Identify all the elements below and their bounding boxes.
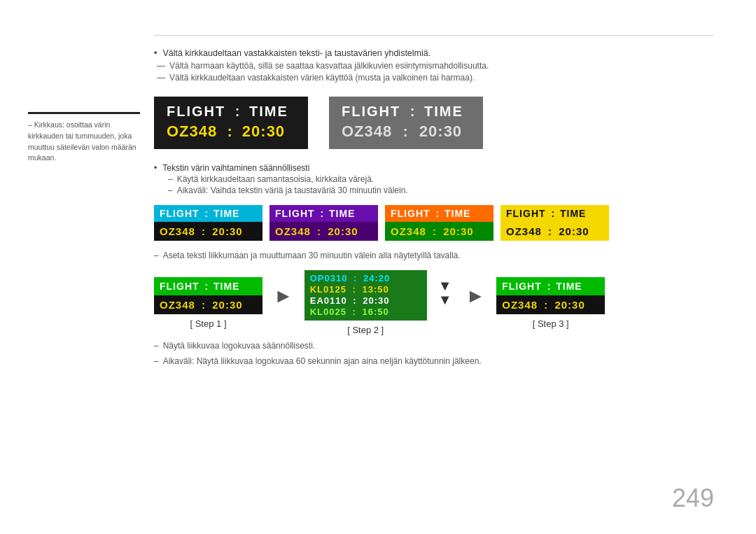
- step2-row-1: OP0310 : 24:20: [310, 273, 421, 283]
- bullet-item-1: Vältä kirkkaudeltaan vastakkaisten tekst…: [154, 48, 714, 58]
- step1-top: FLIGHT : TIME: [154, 277, 262, 295]
- mini-title-cyan: FLIGHT: [160, 208, 200, 219]
- step2-val1-2: KL0125: [310, 284, 346, 295]
- mini-colon2-cyan: :: [198, 225, 209, 237]
- step3-title: FLIGHT: [502, 281, 542, 292]
- mini-bot-yellow: OZ348 : 20:30: [500, 222, 609, 241]
- board-bottom-row: OZ348 : 20:30: [167, 122, 295, 141]
- bottom-note-1: Näytä liikkuvaa logokuvaa säännöllisesti…: [154, 341, 714, 351]
- board-title: FLIGHT: [167, 104, 225, 120]
- arrow-down-2: ▼: [438, 293, 452, 307]
- sidebar: – Kirkkaus: osoittaa värin kirkkauden ta…: [28, 28, 140, 366]
- step2-row-3: EA0110 : 20:30: [310, 295, 421, 306]
- step2-val2-1: 24:20: [363, 273, 390, 283]
- text-dash-1: Käytä kirkkaudeltaan samantasoisia, kirk…: [154, 174, 714, 184]
- step3-label: [ Step 3 ]: [533, 318, 569, 329]
- step1-value: OZ348: [160, 299, 195, 311]
- mini-colon-purple: :: [318, 208, 326, 219]
- mini-subtitle-purple: TIME: [329, 208, 355, 219]
- mini-bottom-text-yellow: OZ348 : 20:30: [506, 225, 603, 237]
- mini-colon-yellow: :: [549, 208, 557, 219]
- step3-colon2: :: [540, 299, 552, 311]
- text-section: Tekstin värin vaihtaminen säännöllisesti…: [154, 163, 714, 195]
- mini-subtitle-cyan: TIME: [214, 208, 239, 219]
- step-1-item: FLIGHT : TIME OZ348 : 20:30 [ Step 1: [154, 277, 262, 329]
- mini-colon2-yellow: :: [545, 225, 556, 237]
- step3-subtitle: TIME: [556, 281, 582, 292]
- step1-title: FLIGHT: [160, 281, 200, 292]
- mini-subtitle-yellow: TIME: [560, 208, 586, 219]
- dash-item-2: Vältä kirkkaudeltaan vastakkaisten värie…: [154, 73, 714, 83]
- step3-time: 20:30: [554, 299, 584, 311]
- mini-value-orange: OZ348: [391, 225, 426, 237]
- step2-row-4: KL0025 : 16:50: [310, 307, 421, 317]
- top-bullet-list: Vältä kirkkaudeltaan vastakkaisten tekst…: [154, 48, 714, 83]
- step1-subtitle: TIME: [214, 281, 239, 292]
- step1-bot: OZ348 : 20:30: [154, 295, 262, 314]
- mini-time-cyan: 20:30: [212, 225, 242, 237]
- step-2-item: OP0310 : 24:20 KL0125 : 13:50 EA0110 : 2…: [304, 270, 427, 335]
- flight-board-gray: FLIGHT : TIME OZ348 : 20:30: [329, 97, 483, 149]
- board-value-gray: OZ348: [342, 122, 392, 141]
- arrow-right-1: ►: [274, 285, 293, 307]
- step3-board: FLIGHT : TIME OZ348 : 20:30: [496, 277, 605, 314]
- mini-value-purple: OZ348: [275, 225, 311, 237]
- step1-colon2: :: [198, 299, 209, 311]
- step1-board: FLIGHT : TIME OZ348 : 20:30: [154, 277, 262, 314]
- board-time: 20:30: [242, 122, 285, 141]
- sidebar-rule: [28, 112, 140, 114]
- board-time-gray: 20:30: [419, 122, 462, 141]
- arrow-down-1: ▼: [438, 279, 452, 293]
- step3-bot: OZ348 : 20:30: [496, 295, 605, 314]
- step3-top: FLIGHT : TIME: [496, 277, 605, 295]
- mini-colon-orange: :: [433, 208, 442, 219]
- mini-top-text-yellow: FLIGHT : TIME: [506, 208, 603, 219]
- step3-bot-text: OZ348 : 20:30: [502, 299, 599, 311]
- step2-val2-4: 16:50: [363, 307, 389, 317]
- mini-bottom-text-purple: OZ348 : 20:30: [275, 225, 372, 237]
- boards-row-2: FLIGHT : TIME OZ348 : 20:30: [154, 205, 714, 241]
- main-content: Vältä kirkkaudeltaan vastakkaisten tekst…: [154, 28, 714, 366]
- mini-board-yellow: FLIGHT : TIME OZ348 : 20:30: [500, 205, 609, 241]
- arrow-right-2: ►: [466, 285, 486, 307]
- dash-item-1: Vältä harmaan käyttöä, sillä se saattaa …: [154, 61, 714, 71]
- mini-top-cyan: FLIGHT : TIME: [154, 205, 262, 222]
- top-rule: [154, 35, 714, 36]
- step3-top-text: FLIGHT : TIME: [502, 281, 599, 292]
- step2-colon-4: :: [349, 307, 360, 317]
- step2-val1-4: KL0025: [310, 307, 346, 317]
- board-top-row-gray: FLIGHT : TIME: [342, 104, 470, 120]
- mini-bot-purple: OZ348 : 20:30: [270, 222, 378, 241]
- mini-title-purple: FLIGHT: [275, 208, 315, 219]
- sidebar-note: – Kirkkaus: osoittaa värin kirkkauden ta…: [28, 120, 140, 164]
- board-value: OZ348: [167, 122, 217, 141]
- board-subtitle-gray: TIME: [424, 104, 463, 120]
- mini-bot-black: OZ348 : 20:30: [154, 222, 262, 241]
- step1-bot-text: OZ348 : 20:30: [160, 299, 257, 311]
- step3-colon: :: [545, 281, 553, 292]
- board-top-row: FLIGHT : TIME: [167, 104, 295, 120]
- mini-top-text-orange: FLIGHT : TIME: [391, 208, 488, 219]
- mini-title-yellow: FLIGHT: [506, 208, 546, 219]
- text-bullet: Tekstin värin vaihtaminen säännöllisesti: [154, 163, 714, 173]
- board-colon: :: [231, 104, 244, 120]
- step3-value: OZ348: [502, 299, 538, 311]
- board-gray-display: FLIGHT : TIME OZ348 : 20:30: [329, 97, 483, 149]
- board-colon-2: :: [223, 122, 237, 141]
- step2-val2-2: 13:50: [363, 284, 389, 295]
- mini-top-purple: FLIGHT : TIME: [270, 205, 378, 222]
- mini-board-purple: FLIGHT : TIME OZ348 : 20:30: [270, 205, 378, 241]
- board-bottom-row-gray: OZ348 : 20:30: [342, 122, 470, 141]
- arrow-down-group: ▼ ▼: [438, 279, 452, 307]
- mini-time-purple: 20:30: [328, 225, 358, 237]
- mini-top-yellow: FLIGHT : TIME: [500, 205, 609, 222]
- step2-val1-3: EA0110: [310, 295, 347, 306]
- board-colon-gray-2: :: [398, 122, 414, 141]
- board-title-gray: FLIGHT: [342, 104, 400, 120]
- mini-colon2-purple: :: [314, 225, 325, 237]
- mini-time-orange: 20:30: [443, 225, 473, 237]
- step1-time: 20:30: [212, 299, 242, 311]
- text-dash-2: Aikaväli: Vaihda tekstin väriä ja tausta…: [154, 185, 714, 195]
- mini-bottom-text-cyan: OZ348 : 20:30: [160, 225, 257, 237]
- step2-val2-3: 20:30: [363, 295, 389, 306]
